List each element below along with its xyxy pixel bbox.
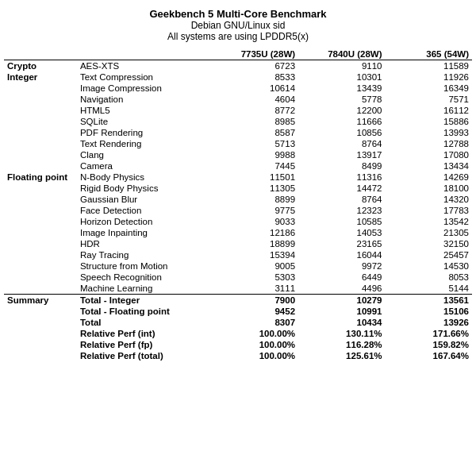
row-value-v3: 13542 bbox=[386, 216, 472, 227]
table-row: Gaussian Blur8899876414320 bbox=[4, 194, 472, 205]
row-value-v1: 9005 bbox=[212, 260, 298, 272]
row-category bbox=[4, 216, 77, 227]
row-category bbox=[4, 194, 77, 205]
row-value-v2: 14053 bbox=[298, 227, 385, 238]
row-value-v1: 6723 bbox=[212, 60, 298, 72]
row-label: SQLite bbox=[77, 116, 212, 127]
row-value-v3: 13993 bbox=[386, 127, 472, 138]
row-value-v3: 15106 bbox=[386, 306, 472, 317]
table-row: Text Rendering5713876412788 bbox=[4, 138, 472, 149]
row-label: Relative Perf (int) bbox=[77, 328, 212, 339]
header-sub1: Debian GNU/Linux sid bbox=[4, 20, 472, 31]
row-value-v1: 9775 bbox=[212, 205, 298, 216]
table-row: HTML587721220016112 bbox=[4, 105, 472, 116]
row-category bbox=[4, 94, 77, 105]
table-row: SQLite89851166615886 bbox=[4, 116, 472, 127]
col-v3-header: 365 (54W) bbox=[386, 48, 472, 60]
row-label: Total - Integer bbox=[77, 295, 212, 307]
table-row: HDR188992316532150 bbox=[4, 238, 472, 249]
row-value-v1: 100.00% bbox=[212, 339, 298, 350]
row-value-v1: 15394 bbox=[212, 249, 298, 260]
table-row: Total83071043413926 bbox=[4, 317, 472, 328]
table-row: Rigid Body Physics113051447218100 bbox=[4, 183, 472, 194]
row-value-v2: 9110 bbox=[298, 60, 385, 72]
row-category bbox=[4, 249, 77, 260]
row-label: Image Compression bbox=[77, 83, 212, 94]
row-value-v1: 8772 bbox=[212, 105, 298, 116]
table-row: PDF Rendering85871085613993 bbox=[4, 127, 472, 138]
row-label: PDF Rendering bbox=[77, 127, 212, 138]
row-value-v2: 116.28% bbox=[298, 339, 385, 350]
row-value-v2: 130.11% bbox=[298, 328, 385, 339]
row-value-v1: 8307 bbox=[212, 317, 298, 328]
row-label: Horizon Detection bbox=[77, 216, 212, 227]
row-label: Speech Recognition bbox=[77, 272, 212, 283]
row-value-v3: 8053 bbox=[386, 272, 472, 283]
row-label: Image Inpainting bbox=[77, 227, 212, 238]
table-row: Horizon Detection90331058513542 bbox=[4, 216, 472, 227]
row-value-v2: 8764 bbox=[298, 194, 385, 205]
row-value-v1: 100.00% bbox=[212, 350, 298, 361]
table-row: Navigation460457787571 bbox=[4, 94, 472, 105]
row-label: Face Detection bbox=[77, 205, 212, 216]
col-category-header bbox=[4, 48, 77, 60]
table-row: Ray Tracing153941604425457 bbox=[4, 249, 472, 260]
header-sub2: All systems are using LPDDR5(x) bbox=[4, 31, 472, 42]
col-v2-header: 7840U (28W) bbox=[298, 48, 385, 60]
table-row: Relative Perf (int)100.00%130.11%171.66% bbox=[4, 328, 472, 339]
row-value-v1: 7445 bbox=[212, 160, 298, 172]
row-category bbox=[4, 260, 77, 272]
row-value-v2: 125.61% bbox=[298, 350, 385, 361]
row-value-v3: 13434 bbox=[386, 160, 472, 172]
row-category bbox=[4, 105, 77, 116]
row-value-v3: 17080 bbox=[386, 149, 472, 160]
row-category bbox=[4, 149, 77, 160]
row-label: AES-XTS bbox=[77, 60, 212, 72]
table-header: 7735U (28W) 7840U (28W) 365 (54W) bbox=[4, 48, 472, 60]
row-value-v3: 14530 bbox=[386, 260, 472, 272]
row-value-v2: 12200 bbox=[298, 105, 385, 116]
table-row: IntegerText Compression85331030111926 bbox=[4, 71, 472, 83]
row-value-v2: 10301 bbox=[298, 71, 385, 83]
row-category bbox=[4, 339, 77, 350]
row-value-v2: 16044 bbox=[298, 249, 385, 260]
col-v1-header: 7735U (28W) bbox=[212, 48, 298, 60]
row-label: Gaussian Blur bbox=[77, 194, 212, 205]
row-label: HTML5 bbox=[77, 105, 212, 116]
row-value-v1: 8587 bbox=[212, 127, 298, 138]
row-value-v3: 21305 bbox=[386, 227, 472, 238]
row-value-v3: 13926 bbox=[386, 317, 472, 328]
row-value-v3: 32150 bbox=[386, 238, 472, 249]
table-row: Machine Learning311144965144 bbox=[4, 283, 472, 295]
row-label: Camera bbox=[77, 160, 212, 172]
row-value-v2: 23165 bbox=[298, 238, 385, 249]
table-row: Image Inpainting121861405321305 bbox=[4, 227, 472, 238]
table-row: Floating pointN-Body Physics115011131614… bbox=[4, 172, 472, 183]
row-value-v3: 5144 bbox=[386, 283, 472, 295]
table-row: Structure from Motion9005997214530 bbox=[4, 260, 472, 272]
row-value-v1: 4604 bbox=[212, 94, 298, 105]
table-row: CryptoAES-XTS6723911011589 bbox=[4, 60, 472, 72]
table-row: Relative Perf (fp)100.00%116.28%159.82% bbox=[4, 339, 472, 350]
row-value-v2: 11316 bbox=[298, 172, 385, 183]
row-category bbox=[4, 83, 77, 94]
row-value-v3: 14320 bbox=[386, 194, 472, 205]
page-header: Geekbench 5 Multi-Core Benchmark Debian … bbox=[4, 8, 472, 42]
row-category bbox=[4, 205, 77, 216]
row-category bbox=[4, 328, 77, 339]
table-row: Speech Recognition530364498053 bbox=[4, 272, 472, 283]
row-value-v1: 10614 bbox=[212, 83, 298, 94]
row-value-v3: 167.64% bbox=[386, 350, 472, 361]
row-label: Relative Perf (total) bbox=[77, 350, 212, 361]
row-category bbox=[4, 116, 77, 127]
row-label: Structure from Motion bbox=[77, 260, 212, 272]
row-category bbox=[4, 127, 77, 138]
row-value-v3: 12788 bbox=[386, 138, 472, 149]
row-value-v3: 14269 bbox=[386, 172, 472, 183]
row-value-v3: 16112 bbox=[386, 105, 472, 116]
row-value-v1: 8899 bbox=[212, 194, 298, 205]
row-value-v1: 12186 bbox=[212, 227, 298, 238]
row-value-v2: 12323 bbox=[298, 205, 385, 216]
row-value-v1: 9988 bbox=[212, 149, 298, 160]
row-value-v1: 8533 bbox=[212, 71, 298, 83]
